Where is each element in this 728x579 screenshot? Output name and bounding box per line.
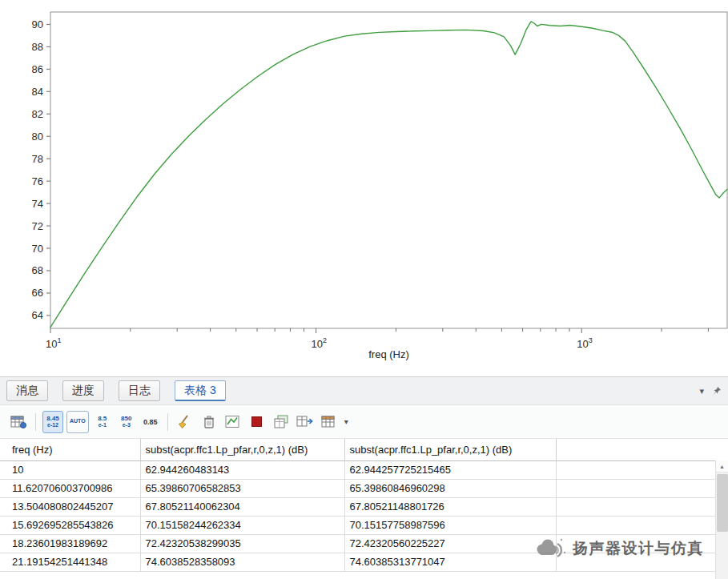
- table-report-button[interactable]: [319, 411, 340, 433]
- column-header-freq[interactable]: freq (Hz): [0, 439, 140, 460]
- toolbar-more-chevron-down-icon[interactable]: ▾: [344, 417, 348, 426]
- tab-table3[interactable]: 表格 3: [175, 380, 226, 401]
- table-cell[interactable]: 67.80521148801726: [344, 497, 556, 516]
- scientific-notation-button[interactable]: 8.5 e-1: [92, 411, 113, 433]
- auto-label: AUTO: [70, 418, 86, 424]
- svg-text:76: 76: [32, 175, 43, 187]
- table-cell-empty: [556, 534, 715, 553]
- decimal-label: 0.85: [143, 418, 158, 426]
- svg-text:72: 72: [32, 220, 43, 232]
- results-panel: 消息 进度 日志 表格 3 ▾: [0, 376, 728, 579]
- tab-log[interactable]: 日志: [119, 380, 160, 401]
- column-header-empty: [556, 439, 715, 460]
- svg-text:80: 80: [32, 131, 43, 143]
- chart-panel: 6466687072747678808284868890101102103fre…: [0, 0, 728, 376]
- toolbar-separator: [35, 413, 36, 431]
- delete-button[interactable]: [199, 411, 219, 433]
- copy-table-button[interactable]: [271, 411, 292, 433]
- engineering-exp: e-3: [123, 422, 131, 428]
- table-surface-button[interactable]: [247, 411, 267, 433]
- export-table-button[interactable]: [295, 411, 316, 433]
- table-area: freq (Hz) subst(acpr.ffc1.Lp_pfar,r,0,z,…: [0, 439, 728, 579]
- toolbar-separator: [167, 413, 168, 431]
- table-row: 18.2360198318969272.4232053829903572.423…: [0, 534, 715, 553]
- tab-messages[interactable]: 消息: [6, 380, 48, 401]
- table-cell[interactable]: 70.15158244262334: [140, 516, 344, 534]
- table-toolbar: 8.45 e-12 AUTO 8.5 e-1 850 e-3 0.85: [0, 405, 728, 439]
- full-precision-label: 8.45: [46, 415, 59, 422]
- svg-text:68: 68: [32, 264, 43, 276]
- table-cell[interactable]: 13.504080802445207: [0, 497, 140, 516]
- table-cell[interactable]: 11.620706003700986: [0, 479, 140, 497]
- svg-text:74: 74: [32, 198, 43, 210]
- table-cell-empty: [556, 460, 715, 479]
- table-settings-button[interactable]: [8, 411, 29, 433]
- table-graph-icon: [225, 415, 241, 429]
- table-header-row: freq (Hz) subst(acpr.ffc1.Lp_pfar,r,0,z,…: [0, 439, 715, 460]
- automatic-notation-button[interactable]: AUTO: [66, 411, 89, 433]
- app-window: 6466687072747678808284868890101102103fre…: [0, 0, 728, 579]
- tab-bar: 消息 进度 日志 表格 3 ▾: [0, 377, 728, 405]
- svg-text:88: 88: [32, 41, 43, 53]
- svg-text:102: 102: [312, 336, 327, 350]
- column-header-lp-1[interactable]: subst(acpr.ffc1.Lp_pfar,r,0,z,1) (dB): [140, 439, 344, 460]
- table-row: 13.50408080244520767.8052114006230467.80…: [0, 497, 715, 516]
- red-square-icon: [251, 416, 262, 427]
- tabbar-controls: ▾: [699, 377, 722, 404]
- column-header-lp-2[interactable]: subst(acpr.ffc1.Lp_pfar,r,0,z,1) (dB): [344, 439, 556, 460]
- svg-text:82: 82: [32, 108, 43, 120]
- svg-text:90: 90: [32, 18, 43, 30]
- table-cell[interactable]: 74.60385313771047: [344, 553, 556, 571]
- scrollbar-thumb[interactable]: [717, 474, 728, 532]
- table-cell[interactable]: 21.19154251441348: [0, 553, 140, 571]
- results-table: freq (Hz) subst(acpr.ffc1.Lp_pfar,r,0,z,…: [0, 439, 715, 572]
- trash-icon: [203, 415, 215, 429]
- scientific-label: 8.5: [98, 415, 107, 422]
- table-cell[interactable]: 65.39860846960298: [344, 479, 556, 497]
- table-cell[interactable]: 18.23601983189692: [0, 534, 140, 553]
- svg-text:78: 78: [32, 153, 43, 165]
- frequency-response-plot[interactable]: 6466687072747678808284868890101102103fre…: [0, 0, 728, 370]
- svg-text:84: 84: [32, 86, 43, 98]
- table-cell[interactable]: 62.944257725215465: [344, 460, 556, 479]
- table-report-icon: [321, 415, 337, 429]
- table-cell[interactable]: 72.42320560225227: [344, 534, 556, 553]
- full-precision-button[interactable]: 8.45 e-12: [42, 411, 63, 433]
- table-row: 1062.94426048314362.944257725215465: [0, 460, 715, 479]
- up-arrow-icon: ▲: [719, 464, 725, 469]
- table-row: 21.1915425144134874.603852835809374.6038…: [0, 553, 715, 571]
- copy-table-icon: [273, 415, 289, 429]
- table-cell[interactable]: 70.15157758987596: [344, 516, 556, 534]
- svg-text:64: 64: [32, 309, 43, 321]
- table-cell[interactable]: 65.39860706582853: [140, 479, 344, 497]
- clear-table-button[interactable]: [175, 411, 195, 433]
- table-cell[interactable]: 74.6038528358093: [140, 553, 344, 571]
- engineering-notation-button[interactable]: 850 e-3: [116, 411, 137, 433]
- table-graph-button[interactable]: [223, 411, 243, 433]
- scroll-up-button[interactable]: ▲: [716, 460, 728, 472]
- svg-text:103: 103: [577, 336, 592, 350]
- vertical-scrollbar[interactable]: ▲: [715, 460, 728, 579]
- pin-icon[interactable]: [712, 386, 722, 396]
- table-cell[interactable]: 10: [0, 460, 140, 479]
- svg-text:freq (Hz): freq (Hz): [368, 348, 409, 360]
- table-cell[interactable]: 15.692695285543826: [0, 516, 140, 534]
- table-cell[interactable]: 67.80521140062304: [140, 497, 344, 516]
- full-precision-exp: e-12: [47, 422, 58, 428]
- decimal-notation-button[interactable]: 0.85: [140, 411, 161, 433]
- tab-progress[interactable]: 进度: [62, 380, 104, 401]
- svg-text:101: 101: [46, 336, 61, 350]
- panel-menu-chevron-down-icon[interactable]: ▾: [699, 387, 704, 396]
- table-cell-empty: [556, 497, 715, 516]
- broom-icon: [177, 414, 193, 430]
- table-cell-empty: [556, 516, 715, 534]
- table-cell[interactable]: 62.944260483143: [140, 460, 344, 479]
- table-cell[interactable]: 72.42320538299035: [140, 534, 344, 553]
- svg-text:70: 70: [32, 243, 43, 255]
- svg-text:86: 86: [32, 63, 43, 75]
- table-cell-empty: [556, 479, 715, 497]
- export-table-icon: [296, 415, 314, 429]
- table-settings-icon: [10, 415, 26, 429]
- table-row: 15.69269528554382670.1515824426233470.15…: [0, 516, 715, 534]
- scientific-exp: e-1: [99, 422, 107, 428]
